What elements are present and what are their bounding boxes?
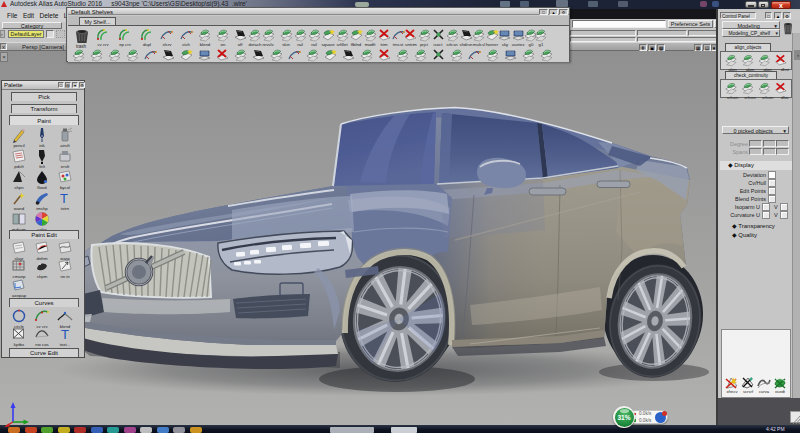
svg-text:circle: circle [14, 324, 25, 329]
svg-text:on: on [221, 42, 226, 47]
svg-text:trncvt: trncvt [393, 42, 404, 47]
svg-text:stch: stch [182, 42, 190, 47]
svg-text:dloc: dloc [781, 94, 790, 99]
svg-text:ep crv: ep crv [119, 42, 132, 47]
svg-text:rail: rail [297, 42, 303, 47]
svg-text:nw cos: nw cos [35, 342, 48, 347]
svg-text:srfcsn: srfcsn [446, 42, 458, 47]
svg-text:rail: rail [311, 42, 317, 47]
svg-text:trash: trash [76, 44, 87, 49]
svg-text:detach: detach [249, 42, 263, 47]
svg-text:xfrecv: xfrecv [726, 389, 738, 394]
svg-text:off: off [238, 42, 244, 47]
svg-text:usetex: usetex [512, 42, 526, 47]
svg-text:T: T [61, 327, 69, 342]
svg-text:dupl: dupl [143, 42, 151, 47]
svg-text:untrim: untrim [405, 42, 417, 47]
svg-text:trim: trim [380, 42, 388, 47]
svg-text:cv crv: cv crv [36, 324, 48, 329]
svg-text:scrsrf: scrsrf [743, 389, 754, 394]
svg-text:skin: skin [282, 42, 290, 47]
svg-text:modft: modft [365, 42, 377, 47]
svg-text:curva: curva [759, 389, 770, 394]
svg-text:sky: sky [502, 42, 509, 47]
svg-text:kptbx: kptbx [14, 342, 25, 347]
svg-text:g0: g0 [529, 42, 534, 47]
svg-text:sfcrv: sfcrv [162, 42, 172, 47]
svg-text:blend: blend [200, 42, 211, 47]
svg-text:g1: g1 [539, 42, 544, 47]
svg-text:srfcon: srfcon [744, 94, 756, 99]
svg-text:shdrsn: shdrsn [460, 42, 474, 47]
svg-text:revslv: revslv [262, 42, 274, 47]
svg-text:mulcsl: mulcsl [473, 42, 485, 47]
svg-text:srfcon: srfcon [762, 94, 774, 99]
svg-text:srfillet: srfillet [336, 42, 348, 47]
svg-text:xsedt: xsedt [775, 389, 786, 394]
svg-text:cv crv: cv crv [97, 42, 109, 47]
svg-text:srfcon: srfcon [727, 94, 739, 99]
svg-text:ffblnd: ffblnd [351, 42, 362, 47]
svg-text:square: square [321, 42, 335, 47]
svg-text:horver: horver [486, 42, 499, 47]
svg-text:text...: text... [60, 342, 71, 347]
svg-text:prjct: prjct [420, 42, 429, 47]
svg-text:isect: isect [434, 42, 444, 47]
svg-text:dhst: dhst [781, 66, 790, 71]
